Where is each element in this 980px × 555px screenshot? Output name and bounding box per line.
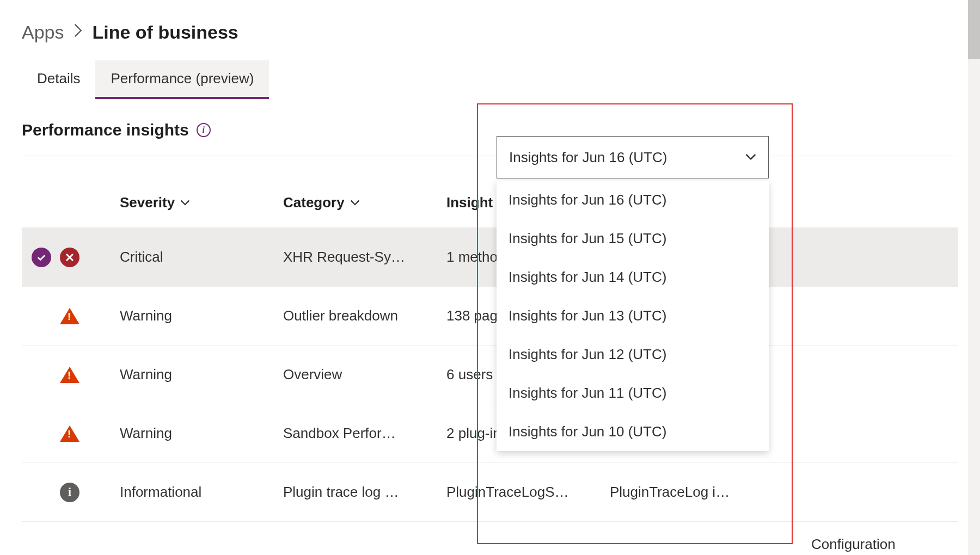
date-dropdown: Insights for Jun 16 (UTC) Insights for J… [497,136,769,451]
divider [22,156,958,156]
severity-cell: Warning [120,307,283,324]
table-row[interactable]: WarningSandbox Perfor…2 plug-ins perfor…… [22,404,958,463]
table-row[interactable]: iInformationalPlugin trace log …PluginTr… [22,463,958,522]
date-dropdown-option[interactable]: Insights for Jun 12 (UTC) [497,335,769,374]
breadcrumb-root[interactable]: Apps [22,22,64,43]
category-cell: Plugin trace log … [283,484,446,501]
date-dropdown-option[interactable]: Insights for Jun 11 (UTC) [497,374,769,412]
date-dropdown-option[interactable]: Insights for Jun 14 (UTC) [497,258,769,297]
category-cell: Overview [283,366,446,383]
severity-cell: Critical [120,249,283,266]
column-header-category[interactable]: Category [283,194,446,211]
date-dropdown-menu: Insights for Jun 16 (UTC)Insights for Ju… [497,181,769,451]
tabs: Details Performance (preview) [22,60,958,99]
severity-cell: Warning [120,425,283,442]
chevron-down-icon [350,198,360,208]
info-icon: i [60,483,79,502]
critical-icon [60,248,79,267]
date-dropdown-option[interactable]: Insights for Jun 16 (UTC) [497,181,769,219]
breadcrumb-current: Line of business [93,22,238,43]
table-row[interactable]: WarningOutlier breakdown138 page loads …… [22,287,958,346]
insight-cell: PluginTraceLogS… [446,484,610,501]
warning-icon [60,306,79,326]
section-title: Performance insights [22,121,189,139]
tab-details[interactable]: Details [22,60,95,99]
checkmark-icon[interactable] [32,248,51,267]
severity-cell: Informational [120,484,283,501]
dropdown-selected-label: Insights for Jun 16 (UTC) [509,149,667,166]
recommendation-cell: PluginTraceLog i… [610,484,958,501]
category-cell: Sandbox Perfor… [283,425,446,442]
tab-performance[interactable]: Performance (preview) [95,60,269,99]
warning-icon [60,424,79,443]
chevron-right-icon [74,23,83,41]
scrollbar-thumb[interactable] [968,0,980,59]
column-header-severity[interactable]: Severity [120,194,283,211]
chevron-down-icon [180,198,190,208]
warning-icon [60,365,79,385]
section-header: Performance insights i [22,121,958,139]
severity-cell: Warning [120,366,283,383]
insights-table: Severity Category Insight Rec CriticalXH… [22,194,958,522]
table-row[interactable]: CriticalXHR Request-Sy…1 method was tri…… [22,228,958,287]
recommendation-tail: Configuration [811,536,896,553]
category-cell: Outlier breakdown [283,307,446,324]
date-dropdown-option[interactable]: Insights for Jun 13 (UTC) [497,297,769,335]
date-dropdown-select[interactable]: Insights for Jun 16 (UTC) [497,136,769,178]
column-label: Category [283,194,345,211]
chevron-down-icon [745,152,756,163]
category-cell: XHR Request-Sy… [283,249,446,266]
column-label: Insight [446,194,493,211]
scrollbar[interactable] [968,0,980,555]
info-icon[interactable]: i [197,123,211,137]
date-dropdown-option[interactable]: Insights for Jun 15 (UTC) [497,219,769,258]
column-label: Severity [120,194,175,211]
table-row[interactable]: WarningOverview6 users of this ap…Revi [22,346,958,404]
date-dropdown-option[interactable]: Insights for Jun 10 (UTC) [497,412,769,451]
breadcrumb: Apps Line of business [22,22,958,43]
table-header-row: Severity Category Insight Rec [22,194,958,228]
